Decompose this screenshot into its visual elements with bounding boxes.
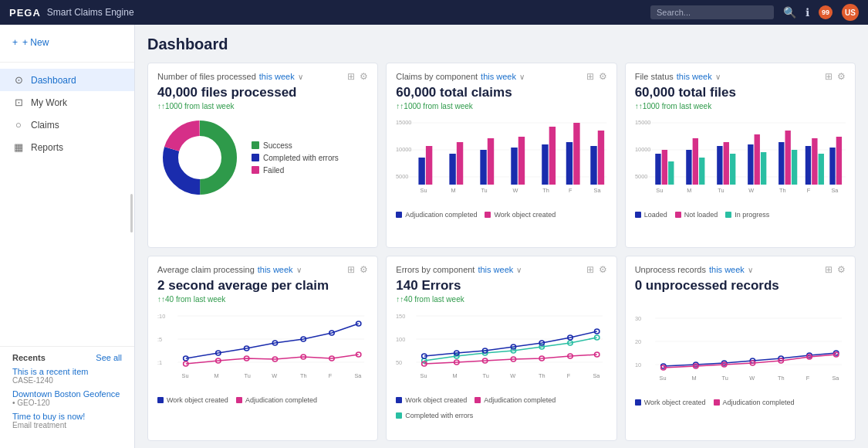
legend-item-failed: Failed xyxy=(252,166,339,175)
card-period: this week xyxy=(677,72,712,81)
chevron-down-icon[interactable]: ∨ xyxy=(516,266,522,274)
svg-text:Sa: Sa xyxy=(593,373,600,379)
svg-rect-20 xyxy=(566,142,572,185)
svg-rect-16 xyxy=(512,148,518,185)
settings-icon[interactable]: ⚙ xyxy=(360,71,368,82)
legend-dot xyxy=(252,154,259,161)
svg-text::10: :10 xyxy=(157,314,165,320)
svg-text:Sa: Sa xyxy=(832,375,839,382)
expand-icon[interactable]: ⊞ xyxy=(347,71,355,82)
recent-item-title[interactable]: Downtown Boston Geofence xyxy=(12,389,122,399)
donut-legend: Success Completed with errors Failed xyxy=(252,141,339,175)
svg-rect-46 xyxy=(748,144,753,185)
chevron-down-icon[interactable]: ∨ xyxy=(296,266,302,274)
legend-item-work: Work object created xyxy=(635,399,706,406)
card-file-status: File status this week ∨ ⊞ ⚙ 60,000 total… xyxy=(625,63,856,248)
svg-text:F: F xyxy=(807,188,811,194)
info-icon[interactable]: ℹ xyxy=(806,6,809,19)
chevron-down-icon[interactable]: ∨ xyxy=(298,73,303,81)
sidebar: + + New ⊙ Dashboard ⊡ My Work ○ Claims ▦… xyxy=(0,25,135,448)
svg-rect-54 xyxy=(818,154,823,185)
chevron-down-icon[interactable]: ∨ xyxy=(519,73,525,81)
settings-icon[interactable]: ⚙ xyxy=(360,264,368,275)
settings-icon[interactable]: ⚙ xyxy=(837,71,846,82)
expand-icon[interactable]: ⊞ xyxy=(825,264,833,275)
card-claims-by-component: Claims by component this week ∨ ⊞ ⚙ 60,0… xyxy=(386,63,616,248)
svg-rect-56 xyxy=(836,137,841,185)
legend-dot xyxy=(157,397,164,403)
card-avg-claim-processing: Average claim processing this week ∨ ⊞ ⚙… xyxy=(147,256,378,441)
search-icon[interactable]: 🔍 xyxy=(783,6,796,19)
card-unprocess-records: Unprocess records this week ∨ ⊞ ⚙ 0 unpr… xyxy=(625,256,856,441)
legend-item-adj: Adjudication completed xyxy=(396,211,477,219)
legend-dot xyxy=(396,212,402,218)
donut-container: Success Completed with errors Failed xyxy=(157,115,368,200)
errors-line-svg: 150 100 50 xyxy=(396,308,606,393)
card-period: this week xyxy=(481,72,516,81)
svg-rect-51 xyxy=(792,150,797,185)
line-chart: :10 :5 :1 xyxy=(157,308,368,393)
settings-icon[interactable]: ⚙ xyxy=(837,264,846,275)
svg-rect-39 xyxy=(668,161,674,185)
sidebar-item-reports[interactable]: ▦ Reports xyxy=(0,136,134,158)
recent-item-sub: Email treatment xyxy=(12,421,122,429)
svg-rect-47 xyxy=(754,134,759,185)
reports-icon: ▦ xyxy=(12,141,25,153)
recent-item-sub: • GEO-120 xyxy=(12,399,122,407)
donut-chart xyxy=(157,115,242,200)
legend-dot xyxy=(252,141,259,149)
chart-legend: Work object created Adjudication complet… xyxy=(157,396,368,404)
sidebar-item-dashboard[interactable]: ⊙ Dashboard xyxy=(0,69,134,91)
svg-rect-55 xyxy=(829,148,835,185)
dashboard-icon: ⊙ xyxy=(12,74,25,86)
legend-dot xyxy=(714,399,720,406)
card-header: Errors by component this week ∨ ⊞ ⚙ xyxy=(396,264,606,275)
svg-rect-38 xyxy=(661,150,667,185)
settings-icon[interactable]: ⚙ xyxy=(599,264,607,275)
chevron-down-icon[interactable]: ∨ xyxy=(715,73,721,81)
card-metric: 2 second average per claim xyxy=(157,278,368,294)
sidebar-item-my-work[interactable]: ⊡ My Work xyxy=(0,91,134,114)
legend-dot xyxy=(675,212,681,218)
svg-text:15000: 15000 xyxy=(396,120,411,126)
notifications-badge[interactable]: 99 xyxy=(819,5,833,19)
expand-icon[interactable]: ⊞ xyxy=(586,71,594,82)
legend-dot xyxy=(635,399,641,406)
legend-item-work: Work object created xyxy=(485,211,556,219)
svg-text:Tu: Tu xyxy=(481,188,488,194)
card-header: Unprocess records this week ∨ ⊞ ⚙ xyxy=(635,264,846,275)
search-input[interactable] xyxy=(650,5,774,19)
chevron-down-icon[interactable]: ∨ xyxy=(748,266,753,274)
recent-item-title[interactable]: Time to buy is now! xyxy=(12,412,122,421)
claims-icon: ○ xyxy=(12,119,25,131)
card-delta: ↑40 from last week xyxy=(157,295,368,304)
card-title: Claims by component xyxy=(396,72,478,81)
settings-icon[interactable]: ⚙ xyxy=(599,71,607,82)
expand-icon[interactable]: ⊞ xyxy=(825,71,833,82)
svg-rect-11 xyxy=(426,146,432,185)
svg-text:Tu: Tu xyxy=(483,373,489,379)
svg-text:Su: Su xyxy=(420,188,427,194)
claims-bar-svg: 15000 10000 5000 xyxy=(396,115,606,208)
user-avatar[interactable]: US xyxy=(842,4,859,21)
svg-rect-42 xyxy=(699,158,704,185)
recent-item-sub: CASE-1240 xyxy=(12,376,122,385)
see-all-link[interactable]: See all xyxy=(96,353,122,362)
legend-item-work: Work object created xyxy=(396,396,467,404)
legend-item-adj: Adjudication completed xyxy=(714,399,795,406)
recent-item-title[interactable]: This is a recent item xyxy=(12,367,122,376)
svg-text:F: F xyxy=(567,373,571,379)
unprocessed-line-svg: 30 20 10 xyxy=(635,311,846,395)
file-status-bar-svg: 15000 10000 5000 xyxy=(635,115,846,208)
header-left: PEGA Smart Claims Engine xyxy=(9,7,134,19)
sidebar-item-claims[interactable]: ○ Claims xyxy=(0,114,134,136)
expand-icon[interactable]: ⊞ xyxy=(347,264,355,275)
header-right: 🔍 ℹ 99 US xyxy=(650,4,859,21)
card-title: Errors by component xyxy=(396,265,475,274)
new-label: + New xyxy=(22,37,49,48)
new-button[interactable]: + + New xyxy=(0,32,134,53)
expand-icon[interactable]: ⊞ xyxy=(586,264,594,275)
svg-rect-49 xyxy=(778,142,784,185)
my-work-icon: ⊡ xyxy=(12,97,25,108)
svg-rect-50 xyxy=(785,131,790,185)
